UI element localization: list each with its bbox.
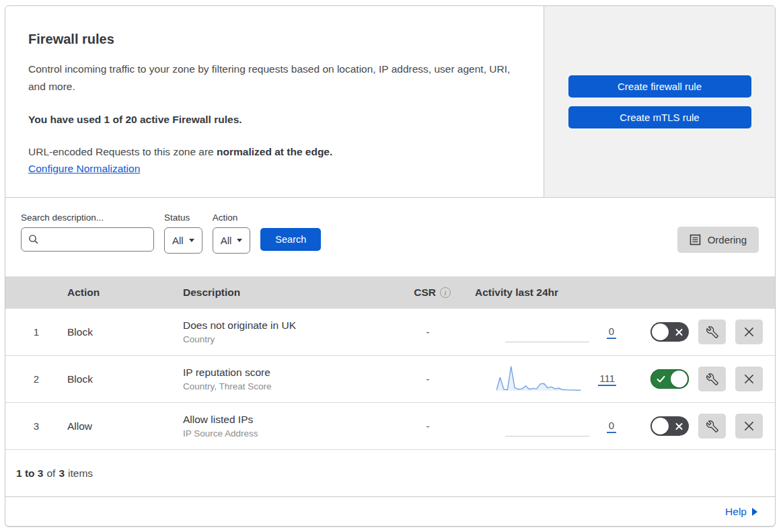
rule-enabled-toggle[interactable] (650, 416, 689, 436)
table-row: 3 Allow Allow listed IPs IP Source Addre… (5, 403, 775, 450)
edit-rule-button[interactable] (698, 414, 726, 439)
pagination-items: items (68, 467, 93, 480)
configure-normalization-link[interactable]: Configure Normalization (28, 163, 140, 174)
table-header: Action Description CSR i Activity last 2… (5, 276, 775, 309)
rule-csr: - (405, 326, 451, 338)
search-field: Search description... (21, 213, 154, 252)
page-title: Firewall rules (28, 32, 517, 47)
pagination-of: of (46, 467, 55, 480)
action-select-value: All (221, 235, 232, 246)
usage-summary: You have used 1 of 20 active Firewall ru… (28, 114, 517, 126)
search-input-box[interactable] (21, 227, 154, 252)
rule-csr: - (405, 420, 451, 432)
rule-controls (619, 367, 775, 391)
rule-fields: IP Source Address (183, 428, 405, 439)
rule-enabled-toggle[interactable] (650, 369, 689, 389)
activity-count-link[interactable]: 0 (607, 420, 616, 433)
rule-activity-cell: 0 (451, 317, 619, 347)
activity-flatline (505, 412, 589, 441)
toggle-knob (671, 371, 687, 387)
rule-action: Allow (67, 420, 183, 432)
page-description: Control incoming traffic to your zone by… (28, 61, 516, 96)
create-firewall-rule-button[interactable]: Create firewall rule (568, 75, 751, 98)
wrench-icon (706, 373, 718, 385)
rule-priority: 2 (5, 373, 67, 385)
rule-enabled-toggle[interactable] (650, 322, 689, 342)
search-input[interactable] (44, 234, 147, 245)
toggle-knob (652, 324, 669, 340)
pagination-total: 3 (59, 467, 65, 480)
action-field: Action All (213, 213, 251, 254)
edit-rule-button[interactable] (698, 367, 726, 391)
intro-section: Firewall rules Control incoming traffic … (5, 6, 775, 198)
delete-rule-button[interactable] (735, 414, 763, 439)
search-button[interactable]: Search (260, 228, 321, 251)
toggle-x-icon (675, 328, 683, 336)
toggle-check-icon (657, 375, 665, 383)
create-mtls-rule-button[interactable]: Create mTLS rule (568, 106, 751, 128)
search-label: Search description... (21, 213, 154, 223)
rule-description: Allow listed IPs (183, 414, 405, 426)
status-select[interactable]: All (164, 227, 202, 254)
rule-action: Block (67, 373, 183, 385)
wrench-icon (706, 326, 718, 338)
normalization-note-bold: normalized at the edge. (217, 146, 332, 157)
help-bar: Help (5, 497, 775, 526)
delete-rule-button[interactable] (735, 367, 763, 391)
rule-description-cell: IP reputation score Country, Threat Scor… (183, 367, 405, 391)
toggle-x-icon (675, 422, 683, 430)
pagination-summary: 1 to 3 of 3 items (5, 450, 775, 497)
toggle-knob (652, 418, 669, 434)
search-icon (28, 234, 39, 245)
rule-description: Does not originate in UK (183, 319, 405, 332)
ordering-button[interactable]: Ordering (677, 227, 759, 253)
filter-bar: Search description... Status All Action … (5, 198, 775, 276)
delete-rule-button[interactable] (735, 319, 763, 344)
table-row: 1 Block Does not originate in UK Country… (5, 309, 775, 356)
help-link[interactable]: Help (725, 506, 747, 518)
rule-fields: Country, Threat Score (183, 381, 405, 391)
rule-csr: - (405, 373, 451, 385)
edit-rule-button[interactable] (698, 319, 726, 344)
close-icon (744, 327, 754, 337)
actions-panel: Create firewall rule Create mTLS rule (544, 6, 775, 197)
column-description: Description (183, 287, 405, 299)
activity-flatline (505, 317, 589, 347)
close-icon (744, 374, 754, 384)
rule-description: IP reputation score (183, 367, 405, 379)
chevron-down-icon (189, 239, 194, 242)
activity-count-link[interactable]: 111 (598, 373, 616, 386)
activity-count-link[interactable]: 0 (607, 326, 616, 339)
ordering-button-label: Ordering (708, 234, 747, 245)
normalization-note: URL-encoded Requests to this zone are no… (28, 146, 517, 158)
close-icon (744, 421, 754, 431)
status-field: Status All (164, 213, 202, 254)
table-row: 2 Block IP reputation score Country, Thr… (5, 356, 775, 403)
normalization-note-text: URL-encoded Requests to this zone are (28, 146, 214, 157)
column-action: Action (67, 287, 183, 299)
column-activity: Activity last 24hr (451, 287, 619, 299)
status-label: Status (164, 213, 202, 223)
pagination-range: 1 to 3 (16, 467, 43, 480)
intro-text-block: Firewall rules Control incoming traffic … (5, 6, 544, 197)
list-icon (690, 234, 701, 245)
rule-fields: Country (183, 334, 405, 344)
wrench-icon (706, 420, 718, 432)
action-label: Action (213, 213, 251, 223)
activity-sparkline (496, 365, 581, 394)
column-csr: CSR i (405, 287, 451, 299)
arrow-right-icon (752, 508, 757, 516)
chevron-down-icon (237, 239, 242, 242)
rule-action: Block (67, 326, 183, 338)
rule-controls (619, 414, 775, 439)
info-icon[interactable]: i (440, 287, 451, 298)
status-select-value: All (172, 235, 184, 246)
rule-controls (619, 319, 775, 344)
rule-priority: 1 (5, 326, 67, 338)
rule-activity-cell: 111 (451, 365, 619, 394)
rule-description-cell: Does not originate in UK Country (183, 319, 405, 344)
action-select[interactable]: All (213, 227, 251, 254)
rule-priority: 3 (5, 420, 67, 432)
firewall-rules-card: Firewall rules Control incoming traffic … (5, 5, 776, 527)
rule-activity-cell: 0 (451, 412, 619, 441)
